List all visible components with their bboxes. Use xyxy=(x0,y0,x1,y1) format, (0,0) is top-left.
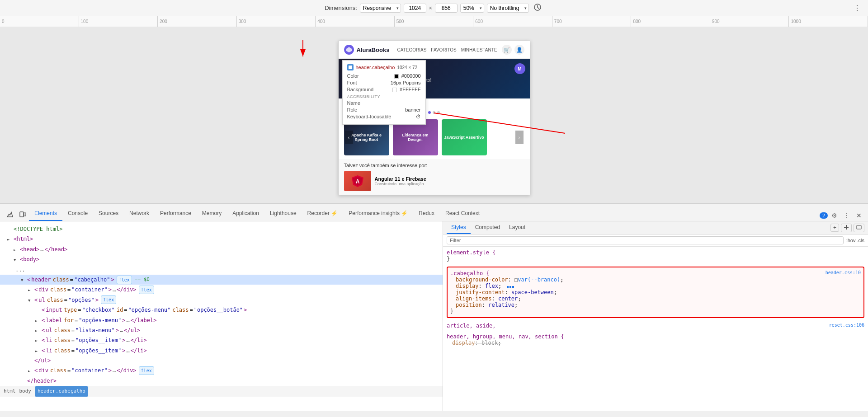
tooltip-element-icon xyxy=(347,64,354,70)
throttle-select[interactable]: No throttling xyxy=(487,4,529,13)
expand-body[interactable] xyxy=(14,255,19,264)
html-line-header[interactable]: <header class="cabeçalho" > flex == $0 xyxy=(0,275,443,285)
nav-link-estante[interactable]: MINHA ESTANTE xyxy=(461,47,497,52)
tooltip-header: header.cabeçalho 1024 × 72 xyxy=(347,64,421,70)
svg-rect-13 xyxy=(846,225,847,230)
tab-react-context[interactable]: React Context xyxy=(440,206,485,221)
flex-badge-container[interactable]: flex xyxy=(139,286,154,294)
background-label: Background xyxy=(347,87,374,92)
expand-li-2[interactable] xyxy=(35,346,41,355)
zoom-select[interactable]: 50% xyxy=(460,4,484,13)
styles-content: element.style { } .cabeçalho { header.cs… xyxy=(443,247,868,411)
tab-redux[interactable]: Redux xyxy=(413,206,440,221)
horizontal-ruler: 0 100 200 300 400 500 600 700 800 900 10… xyxy=(0,16,868,27)
expand-head[interactable] xyxy=(14,245,19,254)
prop-align-items: align-items: center; xyxy=(456,295,861,302)
tab-lighthouse[interactable]: Lighthouse xyxy=(264,206,302,221)
html-panel: <!DOCTYPE html> <html> <head> … </head> … xyxy=(0,221,443,411)
style-rule-close-element: } xyxy=(447,256,864,262)
dimensions-select[interactable]: Responsive xyxy=(360,4,401,13)
devtools-more-button[interactable]: ⋮ xyxy=(841,210,853,221)
tab-performance[interactable]: Performance xyxy=(155,206,197,221)
flex-badge-header[interactable]: flex xyxy=(117,276,132,284)
styles-actions: + xyxy=(830,221,864,234)
tab-performance-insights[interactable]: Performance insights ⚡ xyxy=(343,206,413,221)
ruler-300: 300 xyxy=(237,16,316,27)
expand-li-1[interactable] xyxy=(35,336,41,345)
tooltip-role-row: Role banner xyxy=(347,107,421,112)
rec-book-title: Angular 11 e Firebase xyxy=(375,176,426,182)
expand-label[interactable] xyxy=(35,316,41,325)
width-input[interactable] xyxy=(404,4,426,13)
styles-tab-styles[interactable]: Styles xyxy=(447,221,471,234)
breadcrumb-html[interactable]: html xyxy=(4,387,16,396)
dot-3[interactable] xyxy=(437,111,440,114)
expand-ul-lista[interactable] xyxy=(35,326,41,335)
carousel-next-button[interactable]: › xyxy=(515,131,524,144)
devtools-close-button[interactable]: ✕ xyxy=(854,210,864,221)
tab-recorder[interactable]: Recorder ⚡ xyxy=(302,206,344,221)
rec-book: A Angular 11 e Firebase Construindo uma … xyxy=(344,171,524,191)
expand-html[interactable] xyxy=(7,234,13,244)
rec-book-sub: Construindo uma aplicação xyxy=(375,182,426,186)
tab-console[interactable]: Console xyxy=(62,206,93,221)
zoom-select-wrapper[interactable]: 50% ▾ xyxy=(460,4,484,13)
styles-panel: Styles Computed Layout + :hov .cls xyxy=(443,221,868,411)
tab-memory[interactable]: Memory xyxy=(197,206,227,221)
devtools-toolbar: Dimensions: Responsive ▾ × 50% ▾ No thro… xyxy=(0,0,868,16)
styles-tab-computed[interactable]: Computed xyxy=(471,221,505,234)
nav-link-favoritos[interactable]: FAVORITOS xyxy=(431,47,456,52)
tab-elements[interactable]: Elements xyxy=(29,206,62,221)
style-rule-selector-element: element.style { xyxy=(447,249,864,256)
expand-div-container[interactable] xyxy=(28,285,33,294)
html-line-close-ul: </ul> xyxy=(0,356,443,365)
ruler-700: 700 xyxy=(552,16,632,27)
expand-ul[interactable] xyxy=(28,295,33,305)
tab-application[interactable]: Application xyxy=(227,206,264,221)
devtools-settings-button[interactable]: ⚙ xyxy=(829,210,840,221)
styles-filter-input[interactable] xyxy=(447,236,844,244)
flex-badge-container-2[interactable]: flex xyxy=(139,366,154,375)
pseudo-filter[interactable]: :hov .cls xyxy=(846,238,864,243)
source-reset-css[interactable]: reset.css:106 xyxy=(829,323,864,328)
network-condition-button[interactable] xyxy=(532,2,543,14)
expand-header[interactable] xyxy=(21,275,26,284)
flex-grid-icon xyxy=(506,286,514,288)
ruler-500: 500 xyxy=(395,16,474,27)
responsive-select-wrapper[interactable]: Responsive ▾ xyxy=(360,4,401,13)
tab-sources[interactable]: Sources xyxy=(93,206,124,221)
flex-badge-ul[interactable]: flex xyxy=(101,295,116,304)
expand-div-container-2[interactable] xyxy=(28,366,33,375)
ruler-0: 0 xyxy=(0,16,79,27)
nav-link-categorias[interactable]: CATEGORIAS xyxy=(397,47,427,52)
html-line-ellipsis: ... xyxy=(0,265,443,275)
style-rule-article: article, aside, reset.css:106 xyxy=(447,323,864,329)
dot-2[interactable] xyxy=(433,111,435,114)
carousel-prev-button[interactable]: ‹ xyxy=(345,131,353,144)
element-tooltip: header.cabeçalho 1024 × 72 Color #000000… xyxy=(342,60,426,125)
new-style-rule-button[interactable] xyxy=(841,224,852,232)
tab-network[interactable]: Network xyxy=(124,206,155,221)
cart-icon[interactable]: 🛒 xyxy=(502,45,512,55)
alura-nav-icons: 🛒 👤 xyxy=(502,45,524,55)
dot-1[interactable] xyxy=(428,111,431,114)
head-collapsed: … xyxy=(40,245,43,254)
user-icon[interactable]: 👤 xyxy=(514,45,524,55)
rec-book-cover: A xyxy=(344,171,371,191)
ruler-100: 100 xyxy=(79,16,158,27)
add-style-rule-button[interactable]: + xyxy=(830,224,839,232)
breadcrumb-body[interactable]: body xyxy=(19,387,32,396)
more-options-button[interactable]: ⋮ xyxy=(852,3,863,13)
source-header-css[interactable]: header.css:10 xyxy=(826,270,861,275)
preview-area: AluraBooks CATEGORIAS FAVORITOS MINHA ES… xyxy=(0,27,868,203)
accessibility-header: ACCESSIBILITY xyxy=(347,94,421,99)
inspect-icon xyxy=(6,211,14,218)
breadcrumb-header[interactable]: header.cabeçalho xyxy=(35,386,88,397)
device-toolbar-button[interactable] xyxy=(16,209,29,221)
height-input[interactable] xyxy=(435,4,458,13)
inspect-element-button[interactable] xyxy=(4,209,16,221)
styles-tab-layout[interactable]: Layout xyxy=(505,221,530,234)
toggle-classes-button[interactable] xyxy=(854,224,864,232)
dimension-x-separator: × xyxy=(429,5,432,11)
throttle-select-wrapper[interactable]: No throttling ▾ xyxy=(487,4,529,13)
